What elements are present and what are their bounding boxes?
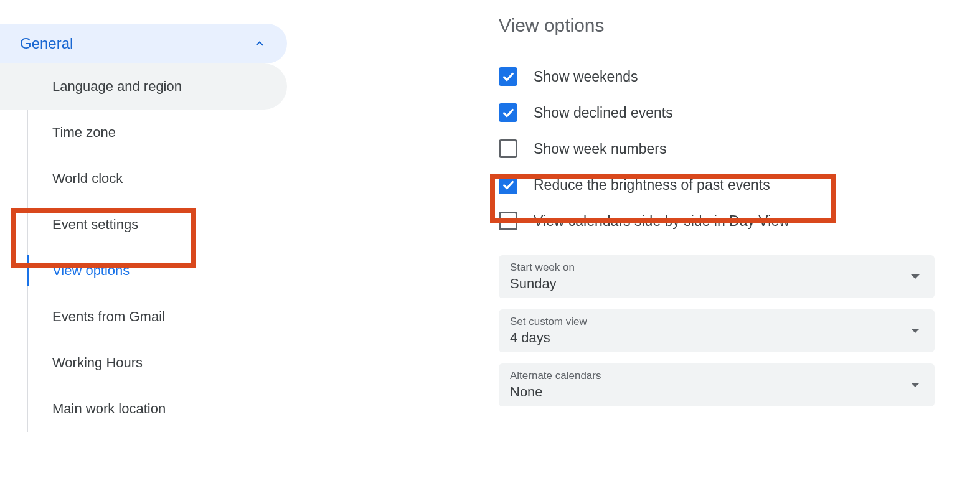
checkbox-view-calendars-side-by-side[interactable]: View calendars side by side in Day View [499, 203, 936, 239]
dropdown-value: 4 days [510, 330, 587, 346]
sidebar-item-language-and-region[interactable]: Language and region [0, 63, 287, 110]
section-title: View options [499, 15, 936, 36]
sidebar-item-main-work-location[interactable]: Main work location [0, 386, 287, 432]
chevron-up-icon [252, 36, 267, 51]
dropdown-arrow-icon [911, 383, 920, 387]
dropdown-start-week-on[interactable]: Start week on Sunday [499, 255, 935, 298]
sidebar-item-label: Working Hours [52, 355, 143, 371]
checkbox-show-week-numbers[interactable]: Show week numbers [499, 131, 936, 167]
sidebar-item-label: Language and region [52, 78, 182, 95]
sidebar-item-label: View options [52, 263, 130, 279]
checkbox-show-weekends[interactable]: Show weekends [499, 59, 936, 95]
sidebar-header-title: General [20, 35, 73, 52]
checkbox-label: Show week numbers [534, 141, 667, 157]
checkbox-icon [499, 139, 517, 158]
dropdown-set-custom-view[interactable]: Set custom view 4 days [499, 309, 935, 352]
checkbox-icon [499, 67, 517, 86]
dropdown-text: Alternate calendars None [510, 370, 601, 400]
checkbox-show-declined-events[interactable]: Show declined events [499, 95, 936, 131]
dropdown-text: Set custom view 4 days [510, 316, 587, 346]
sidebar-item-view-options[interactable]: View options [0, 248, 287, 294]
sidebar-item-time-zone[interactable]: Time zone [0, 110, 287, 156]
sidebar-item-label: Time zone [52, 124, 116, 141]
settings-sidebar: General Language and region Time zone Wo… [0, 0, 287, 478]
dropdown-value: Sunday [510, 276, 575, 292]
dropdown-label: Set custom view [510, 316, 587, 328]
sidebar-item-label: World clock [52, 171, 123, 187]
dropdown-alternate-calendars[interactable]: Alternate calendars None [499, 363, 935, 406]
dropdown-label: Alternate calendars [510, 370, 601, 382]
sidebar-item-event-settings[interactable]: Event settings [0, 202, 287, 248]
sidebar-item-label: Event settings [52, 217, 138, 233]
sidebar-items: Language and region Time zone World cloc… [0, 63, 287, 432]
checkbox-label: Show weekends [534, 68, 638, 85]
sidebar-section-general[interactable]: General [0, 24, 287, 63]
dropdown-arrow-icon [911, 329, 920, 333]
checkbox-icon [499, 103, 517, 122]
dropdown-label: Start week on [510, 261, 575, 274]
checkbox-icon [499, 212, 517, 230]
checkbox-label: Reduce the brightness of past events [534, 177, 770, 194]
sidebar-item-world-clock[interactable]: World clock [0, 156, 287, 202]
checkbox-group: Show weekends Show declined events Show … [499, 59, 936, 239]
checkbox-reduce-brightness-past-events[interactable]: Reduce the brightness of past events [499, 167, 936, 203]
checkbox-label: Show declined events [534, 105, 673, 121]
sidebar-item-working-hours[interactable]: Working Hours [0, 340, 287, 386]
sidebar-item-label: Events from Gmail [52, 309, 165, 325]
dropdown-value: None [510, 384, 601, 400]
checkbox-icon [499, 176, 517, 194]
dropdown-arrow-icon [911, 274, 920, 279]
sidebar-item-label: Main work location [52, 401, 166, 417]
checkbox-label: View calendars side by side in Day View [534, 213, 789, 230]
sidebar-item-events-from-gmail[interactable]: Events from Gmail [0, 294, 287, 340]
dropdown-text: Start week on Sunday [510, 261, 575, 292]
settings-main: View options Show weekends Show declined… [287, 0, 980, 478]
